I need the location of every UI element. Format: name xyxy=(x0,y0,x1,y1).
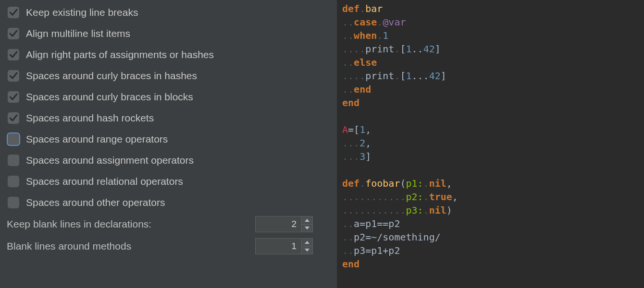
chevron-up-icon xyxy=(305,241,310,244)
chevron-up-icon xyxy=(305,219,310,222)
spinner-down-button[interactable] xyxy=(302,247,312,254)
spinner-row: Blank lines around methods1 xyxy=(5,235,332,257)
code-preview: def.bar ..case.@var ..when.1 ....print.[… xyxy=(337,0,644,288)
checkbox-row: Spaces around relational operators xyxy=(5,171,332,192)
spinner-buttons xyxy=(302,239,312,254)
svg-marker-1 xyxy=(305,227,310,229)
checkbox-label: Spaces around hash rockets xyxy=(26,112,154,124)
checkmark-icon xyxy=(9,50,18,59)
number-spinner[interactable]: 2 xyxy=(255,216,313,232)
checkbox-label: Keep existing line breaks xyxy=(26,7,138,18)
number-spinner[interactable]: 1 xyxy=(255,238,313,254)
checkmark-icon xyxy=(9,72,18,80)
spinner-up-button[interactable] xyxy=(302,216,312,225)
checkbox[interactable] xyxy=(8,70,19,82)
checkbox-label: Spaces around assignment operators xyxy=(26,155,194,166)
checkmark-icon xyxy=(9,93,18,101)
checkbox-row: Spaces around assignment operators xyxy=(5,150,332,171)
checkbox[interactable] xyxy=(8,133,19,145)
checkbox-row: Spaces around curly braces in hashes xyxy=(5,65,332,86)
checkbox[interactable] xyxy=(8,7,19,18)
svg-marker-3 xyxy=(305,249,310,252)
spinner-label: Blank lines around methods xyxy=(7,240,131,252)
svg-marker-0 xyxy=(305,219,310,222)
spinner-buttons xyxy=(302,216,312,232)
checkbox[interactable] xyxy=(8,49,19,60)
checkmark-icon xyxy=(9,29,18,38)
checkbox-label: Spaces around curly braces in hashes xyxy=(26,70,197,82)
checkbox[interactable] xyxy=(8,176,19,187)
checkbox-label: Spaces around range operators xyxy=(26,133,168,145)
checkbox-label: Spaces around relational operators xyxy=(26,176,183,187)
checkbox[interactable] xyxy=(8,155,19,166)
checkbox-label: Align multiline list items xyxy=(26,28,130,39)
spinner-value[interactable]: 1 xyxy=(256,239,302,254)
spinner-label: Keep blank lines in declarations: xyxy=(7,218,151,230)
checkbox-label: Align right parts of assignments or hash… xyxy=(26,49,214,60)
checkbox-row: Keep existing line breaks xyxy=(5,2,332,23)
checkbox-row: Spaces around hash rockets xyxy=(5,108,332,129)
checkbox-row: Align multiline list items xyxy=(5,23,332,44)
checkbox-label: Spaces around other operators xyxy=(26,197,165,208)
checkmark-icon xyxy=(9,8,18,17)
checkbox-row: Spaces around other operators xyxy=(5,192,332,213)
svg-marker-2 xyxy=(305,241,310,244)
checkbox-label: Spaces around curly braces in blocks xyxy=(26,91,193,103)
checkbox[interactable] xyxy=(8,91,19,103)
spinner-value[interactable]: 2 xyxy=(256,216,302,232)
spinner-down-button[interactable] xyxy=(302,225,312,232)
checkbox[interactable] xyxy=(8,112,19,124)
chevron-down-icon xyxy=(305,249,310,252)
settings-panel: Keep existing line breaksAlign multiline… xyxy=(0,0,337,288)
checkbox-row: Align right parts of assignments or hash… xyxy=(5,44,332,65)
checkbox-row: Spaces around range operators xyxy=(5,129,332,150)
spinner-up-button[interactable] xyxy=(302,239,312,247)
spinner-row: Keep blank lines in declarations:2 xyxy=(5,213,332,235)
checkbox[interactable] xyxy=(8,28,19,39)
checkmark-icon xyxy=(9,114,18,122)
chevron-down-icon xyxy=(305,227,310,229)
checkbox-row: Spaces around curly braces in blocks xyxy=(5,86,332,108)
checkbox[interactable] xyxy=(8,197,19,208)
